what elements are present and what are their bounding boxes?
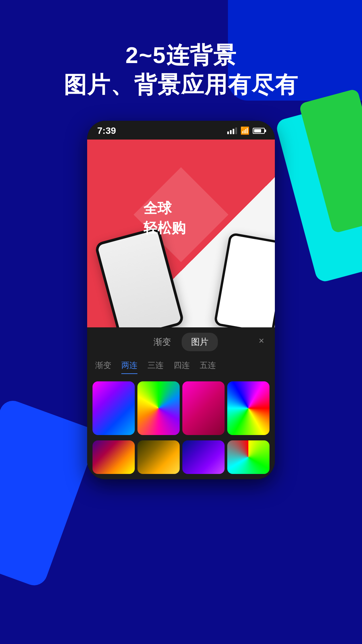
wifi-icon: 📶 (240, 126, 249, 135)
gradient-grid-row2 (87, 440, 275, 479)
app-content-area: 全球 轻松购 (87, 140, 275, 327)
gradient-item-1[interactable] (93, 381, 135, 435)
header-section: 2~5连背景 图片、背景应用有尽有 (0, 40, 362, 100)
category-tab-bar: 渐变 两连 三连 四连 五连 (87, 354, 275, 377)
signal-icon (227, 127, 237, 134)
bottom-panel: 渐变 图片 × 渐变 两连 三连 四连 五连 (87, 327, 275, 479)
tab-gradient[interactable]: 渐变 (144, 333, 180, 351)
status-icons: 📶 (227, 126, 265, 135)
category-tab-three[interactable]: 三连 (147, 357, 164, 374)
product-text: 全球 轻松购 (143, 199, 186, 238)
tab-image[interactable]: 图片 (182, 333, 218, 351)
header-line2: 图片、背景应用有尽有 (64, 72, 298, 97)
gradient-grid-row1 (87, 377, 275, 440)
close-button[interactable]: × (255, 334, 268, 347)
phone-mockup: 7:39 📶 全球 轻松购 (87, 121, 275, 479)
battery-icon (253, 128, 265, 134)
status-time: 7:39 (97, 125, 116, 136)
gradient-item-2[interactable] (137, 381, 180, 435)
inner-phone-2 (214, 232, 275, 327)
tab-bar: 渐变 图片 × (87, 327, 275, 354)
gradient-item-5[interactable] (93, 440, 135, 474)
gradient-item-7[interactable] (182, 440, 225, 474)
category-tab-gradient[interactable]: 渐变 (95, 357, 111, 374)
gradient-item-4[interactable] (227, 381, 269, 435)
category-tab-two[interactable]: 两连 (121, 357, 137, 374)
gradient-item-3[interactable] (182, 381, 225, 435)
gradient-item-6[interactable] (137, 440, 180, 474)
product-image: 全球 轻松购 (87, 140, 275, 327)
phone-frame: 7:39 📶 全球 轻松购 (87, 121, 275, 479)
status-bar: 7:39 📶 (87, 121, 275, 140)
gradient-item-8[interactable] (227, 440, 269, 474)
header-line1: 2~5连背景 图片、背景应用有尽有 (0, 40, 362, 100)
bg-shape-blue-left (0, 397, 99, 589)
category-tab-four[interactable]: 四连 (174, 357, 190, 374)
category-tab-five[interactable]: 五连 (200, 357, 216, 374)
